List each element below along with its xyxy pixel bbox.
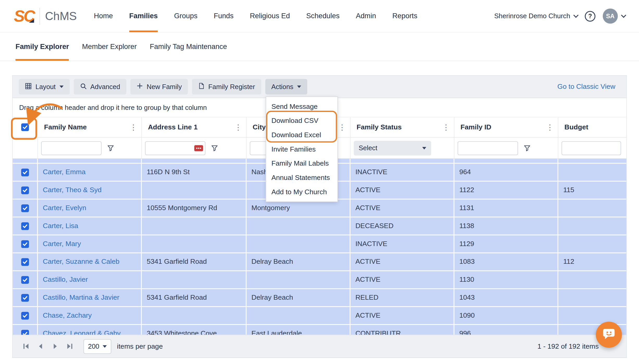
nav-right-cluster: Sherinrose Demo Church ? SA — [494, 0, 639, 32]
prev-page-icon[interactable] — [33, 339, 48, 354]
sc-chms-logo[interactable]: SC ChMS — [14, 0, 77, 32]
column-menu-icon[interactable]: ⋮ — [234, 123, 242, 131]
column-header-family-name[interactable]: Family Name ⋮ — [38, 117, 142, 137]
new-family-button[interactable]: New Family — [130, 79, 188, 94]
budget-filter — [558, 138, 626, 159]
menu-item-annual-statements[interactable]: Annual Statements — [266, 171, 337, 185]
actions-button[interactable]: Actions — [265, 79, 307, 94]
row-select-checkbox[interactable] — [13, 325, 38, 335]
nav-schedules[interactable]: Schedules — [306, 0, 340, 32]
next-page-icon[interactable] — [48, 339, 62, 354]
row-select-checkbox[interactable] — [13, 307, 38, 324]
actions-button-label: Actions — [271, 83, 293, 91]
checkbox-checked-icon — [21, 312, 29, 319]
nav-home[interactable]: Home — [94, 0, 113, 32]
layout-button-label: Layout — [35, 83, 56, 91]
filter-icon[interactable] — [524, 145, 531, 152]
column-header-address-line-1[interactable]: Address Line 1 ⋮ — [142, 117, 247, 137]
family-register-button[interactable]: Family Register — [192, 79, 261, 94]
family-name-link[interactable]: Carter, Lisa — [43, 222, 78, 230]
table-row: Carter, Mary INACTIVE 1129 — [13, 235, 626, 253]
last-page-icon[interactable] — [62, 339, 77, 354]
nav-families[interactable]: Families — [129, 0, 158, 32]
family-name-link[interactable]: Castillo, Javier — [43, 276, 88, 284]
family-name-link[interactable]: Carter, Theo & Syd — [43, 186, 102, 194]
row-select-checkbox[interactable] — [13, 217, 38, 235]
menu-item-download-excel[interactable]: Download Excel — [266, 128, 337, 142]
nav-groups[interactable]: Groups — [174, 0, 198, 32]
family-name-link[interactable]: Chavez, Leonard & Gaby — [43, 329, 121, 335]
budget-cell — [558, 289, 626, 306]
plus-icon — [137, 83, 143, 91]
address-cell — [142, 307, 247, 324]
column-header-family-id[interactable]: Family ID ⋮ — [454, 117, 558, 137]
advanced-button[interactable]: Advanced — [73, 79, 126, 94]
family-id-cell: 1131 — [454, 199, 558, 217]
family-name-link[interactable]: Carter, Emma — [43, 168, 85, 176]
city-cell: East Lauderdale — [247, 325, 351, 335]
column-header-family-status[interactable]: Family Status ⋮ — [351, 117, 454, 137]
column-header-budget[interactable]: Budget — [558, 117, 626, 137]
column-menu-icon[interactable]: ⋮ — [130, 123, 137, 131]
status-filter-select[interactable]: Select — [354, 141, 431, 155]
address-cell — [142, 235, 247, 253]
menu-item-download-csv[interactable]: Download CSV — [266, 114, 337, 128]
city-cell — [247, 217, 351, 235]
family-name-link[interactable]: Castillo, Martina & Javier — [43, 293, 119, 302]
grid-toolbar: Layout Advanced New Family Family Regist… — [13, 76, 626, 98]
nav-admin[interactable]: Admin — [356, 0, 376, 32]
checkbox-checked-icon — [21, 294, 29, 302]
caret-down-icon — [422, 147, 426, 149]
select-all-checkbox[interactable] — [13, 117, 38, 137]
row-select-checkbox[interactable] — [13, 199, 38, 217]
page-size-select[interactable]: 200 — [84, 339, 111, 354]
table-row: Castillo, Javier ACTIVE 1130 — [13, 271, 626, 288]
menu-item-send-message[interactable]: Send Message — [266, 99, 337, 114]
family-name-link[interactable]: Carter, Evelyn — [43, 204, 86, 212]
menu-item-add-to-my-church[interactable]: Add to My Church — [266, 185, 337, 199]
family-name-link[interactable]: Carter, Suzanne & Caleb — [43, 258, 119, 266]
row-select-checkbox[interactable] — [13, 164, 38, 181]
family-status-cell: INACTIVE — [351, 164, 454, 181]
nav-reports[interactable]: Reports — [392, 0, 417, 32]
family-name-filter-input[interactable] — [41, 141, 101, 155]
logo-divider — [39, 8, 40, 25]
tab-family-explorer[interactable]: Family Explorer — [15, 33, 69, 61]
nav-religious-ed[interactable]: Religious Ed — [250, 0, 290, 32]
column-title: Family Name — [44, 123, 87, 131]
status-filter-value: Select — [359, 144, 377, 152]
row-select-checkbox[interactable] — [13, 289, 38, 306]
filter-cell-empty — [13, 138, 38, 159]
family-id-cell: 1083 — [454, 253, 558, 271]
church-selector[interactable]: Sherinrose Demo Church — [494, 12, 577, 20]
user-menu[interactable]: SA — [603, 9, 625, 24]
tab-family-tag-maintenance[interactable]: Family Tag Maintenance — [150, 33, 227, 61]
tab-member-explorer[interactable]: Member Explorer — [82, 33, 137, 61]
chat-button[interactable] — [596, 322, 622, 348]
filter-icon[interactable] — [107, 145, 114, 152]
row-select-checkbox[interactable] — [13, 271, 38, 288]
family-id-cell: 1130 — [454, 271, 558, 288]
menu-item-invite-families[interactable]: Invite Families — [266, 142, 337, 156]
validation-badge-icon[interactable] — [194, 145, 203, 151]
filter-icon[interactable] — [211, 145, 218, 152]
first-page-icon[interactable] — [18, 339, 33, 354]
row-select-checkbox[interactable] — [13, 181, 38, 199]
budget-filter-input[interactable] — [562, 141, 621, 155]
column-menu-icon[interactable]: ⋮ — [546, 123, 554, 131]
help-icon[interactable]: ? — [585, 11, 595, 21]
row-select-checkbox[interactable] — [13, 235, 38, 253]
column-menu-icon[interactable]: ⋮ — [338, 123, 346, 131]
column-menu-icon[interactable]: ⋮ — [442, 123, 450, 131]
go-to-classic-view-link[interactable]: Go to Classic View — [557, 83, 620, 91]
address-cell — [142, 217, 247, 235]
family-name-link[interactable]: Carter, Mary — [43, 240, 81, 248]
family-name-link[interactable]: Chase, Zachary — [43, 311, 92, 319]
family-id-filter-input[interactable] — [458, 141, 518, 155]
chms-logo-text: ChMS — [45, 10, 77, 23]
city-cell — [247, 235, 351, 253]
menu-item-family-mail-labels[interactable]: Family Mail Labels — [266, 156, 337, 171]
nav-funds[interactable]: Funds — [214, 0, 234, 32]
row-select-checkbox[interactable] — [13, 253, 38, 271]
layout-button[interactable]: Layout — [19, 79, 70, 94]
